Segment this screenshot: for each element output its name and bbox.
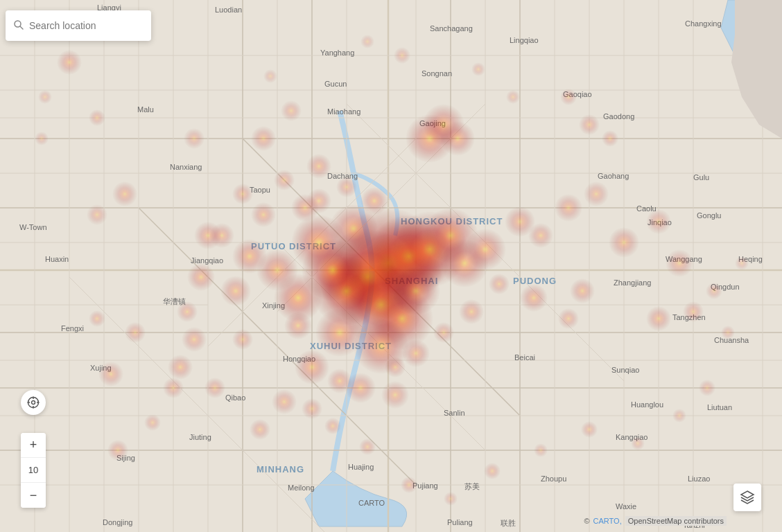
search-bar <box>6 10 151 41</box>
zoom-level-display: 10 <box>21 458 46 483</box>
search-icon <box>14 20 24 32</box>
attribution-prefix: © <box>584 517 589 525</box>
zoom-out-button[interactable]: − <box>21 483 46 508</box>
location-button[interactable] <box>21 390 46 415</box>
attribution-link[interactable]: CARTO, <box>593 517 622 525</box>
map-background <box>0 0 782 532</box>
layers-button[interactable] <box>733 484 761 511</box>
map-attribution: © CARTO, OpenStreetMap contributors <box>584 517 727 525</box>
location-icon <box>27 396 40 409</box>
zoom-in-button[interactable]: + <box>21 433 46 458</box>
zoom-controls: + 10 − <box>21 433 46 508</box>
svg-marker-54 <box>741 491 754 498</box>
svg-line-47 <box>20 26 23 29</box>
svg-rect-0 <box>0 0 782 532</box>
layers-icon <box>740 490 755 505</box>
svg-point-49 <box>32 401 35 405</box>
attribution-suffix: OpenStreetMap contributors <box>625 516 727 526</box>
search-input[interactable] <box>29 20 143 31</box>
map-container: LuodianLiangyiChangxingSanchagangLingqia… <box>0 0 782 532</box>
